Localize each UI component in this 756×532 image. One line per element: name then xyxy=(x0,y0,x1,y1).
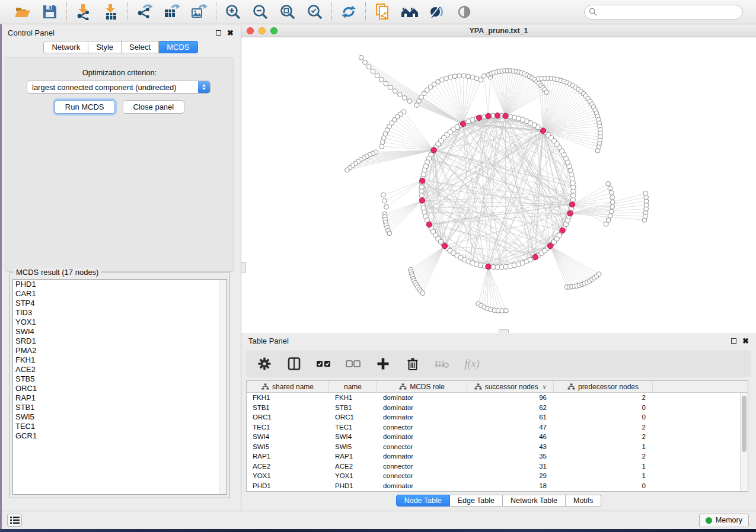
table-row[interactable]: SWI5SWI5connector431 xyxy=(247,442,748,452)
mcds-hub-8[interactable] xyxy=(419,198,425,203)
mcds-result-item[interactable]: PHD1 xyxy=(13,280,227,289)
close-panel-icon[interactable]: ✖ xyxy=(742,337,749,345)
mcds-hub-16[interactable] xyxy=(570,202,575,207)
mcds-result-item[interactable]: TID3 xyxy=(13,308,227,318)
table-row[interactable]: RAP1RAP1dominator352 xyxy=(247,451,748,462)
import-table-icon[interactable] xyxy=(102,3,120,21)
export-image-icon[interactable] xyxy=(190,3,208,21)
table-scrollbar[interactable] xyxy=(740,393,748,491)
optimization-criterion-select[interactable]: largest connected component (undirected) xyxy=(27,81,210,94)
mcds-result-item[interactable]: YOX1 xyxy=(13,318,227,327)
split-columns-icon[interactable] xyxy=(286,356,302,371)
column-header-shared-name[interactable]: shared name xyxy=(247,381,329,392)
mcds-hub-17[interactable] xyxy=(495,113,500,118)
mcds-result-item[interactable]: STB5 xyxy=(13,374,227,384)
mcds-hub-1[interactable] xyxy=(460,121,465,126)
import-network-icon[interactable] xyxy=(75,3,92,21)
tab-node-table[interactable]: Node Table xyxy=(396,495,450,507)
network-canvas[interactable] xyxy=(241,37,756,333)
save-icon[interactable] xyxy=(41,3,59,21)
network-window-titlebar[interactable]: YPA_prune.txt_1 xyxy=(241,25,756,37)
share-network-icon[interactable] xyxy=(374,3,391,21)
export-network-icon[interactable] xyxy=(136,3,154,21)
mcds-result-item[interactable]: SRD1 xyxy=(13,336,227,346)
mcds-hub-9[interactable] xyxy=(426,222,432,227)
mcds-result-item[interactable]: GCR1 xyxy=(13,431,227,441)
close-panel-button[interactable]: Close panel xyxy=(123,100,185,114)
table-row[interactable]: ORC1ORC1dominator610 xyxy=(247,412,748,422)
tab-style[interactable]: Style xyxy=(88,41,122,53)
network-graph[interactable] xyxy=(241,37,756,332)
open-icon[interactable] xyxy=(14,3,31,21)
mcds-hub-14[interactable] xyxy=(560,227,565,233)
mcds-hub-10[interactable] xyxy=(442,243,448,249)
mcds-result-item[interactable]: STP4 xyxy=(13,299,227,308)
mcds-result-item[interactable]: STB1 xyxy=(13,403,227,412)
column-header-mcds-role[interactable]: MCDS role xyxy=(377,381,467,392)
tab-network[interactable]: Network xyxy=(43,41,88,53)
splitter-handle-icon[interactable] xyxy=(241,262,246,273)
mcds-result-list[interactable]: PHD1CAR1STP4TID3YOX1SWI4SRD1PMA2FKH1ACE2… xyxy=(12,279,227,495)
table-row[interactable]: PHD1PHD1dominator180 xyxy=(247,481,748,491)
mcds-hub-6[interactable] xyxy=(431,148,436,153)
table-row[interactable]: YOX1YOX1connector291 xyxy=(247,471,748,481)
mcds-result-item[interactable]: SWI4 xyxy=(13,327,227,336)
table-row[interactable]: TEC1TEC1connector472 xyxy=(247,422,748,432)
mcds-list-scrollbar[interactable] xyxy=(219,280,227,494)
mcds-hub-11[interactable] xyxy=(486,264,491,269)
mcds-hub-5[interactable] xyxy=(540,128,546,133)
deselect-all-checkbox-icon[interactable] xyxy=(346,356,361,371)
float-panel-icon[interactable] xyxy=(731,338,736,344)
zoom-fit-icon[interactable] xyxy=(279,3,296,21)
column-header-predecessor-nodes[interactable]: predecessor nodes xyxy=(554,381,653,392)
search-input[interactable] xyxy=(584,5,743,20)
export-table-icon[interactable] xyxy=(163,3,181,21)
tab-network-table[interactable]: Network Table xyxy=(503,495,566,507)
float-panel-icon[interactable] xyxy=(216,30,221,36)
add-column-icon[interactable] xyxy=(375,356,391,371)
splitter-handle-icon[interactable] xyxy=(499,329,509,333)
select-all-checkbox-icon[interactable] xyxy=(316,356,331,371)
close-window-icon[interactable] xyxy=(247,27,254,34)
run-mcds-button[interactable]: Run MCDS xyxy=(55,100,115,114)
scrollbar-thumb[interactable] xyxy=(742,396,747,452)
mcds-hub-13[interactable] xyxy=(532,254,538,259)
tab-motifs[interactable]: Motifs xyxy=(566,495,601,507)
maximize-window-icon[interactable] xyxy=(270,27,277,34)
memory-button[interactable]: Memory xyxy=(699,514,749,527)
mcds-hub-2[interactable] xyxy=(476,115,481,120)
mcds-hub-15[interactable] xyxy=(567,211,573,216)
mcds-hub-4[interactable] xyxy=(503,113,508,118)
zoom-selected-icon[interactable] xyxy=(306,3,324,21)
table-row[interactable]: ACE2ACE2connector311 xyxy=(247,462,748,472)
tab-edge-table[interactable]: Edge Table xyxy=(450,495,503,507)
mcds-result-item[interactable]: RAP1 xyxy=(13,393,227,403)
close-panel-icon[interactable]: ✖ xyxy=(227,29,234,37)
hide-glasses-icon[interactable] xyxy=(428,3,446,21)
zoom-out-icon[interactable] xyxy=(251,3,269,21)
mcds-result-item[interactable]: TEC1 xyxy=(13,422,227,431)
mcds-result-item[interactable]: ORC1 xyxy=(13,384,227,393)
settings-gear-icon[interactable] xyxy=(257,356,272,371)
show-eye-icon[interactable] xyxy=(455,3,473,21)
mcds-result-item[interactable]: PMA2 xyxy=(13,346,227,355)
table-row[interactable]: STB1STB1dominator620 xyxy=(247,403,748,413)
refresh-layout-icon[interactable] xyxy=(340,3,358,21)
mcds-result-item[interactable]: FKH1 xyxy=(13,355,227,365)
mcds-hub-7[interactable] xyxy=(420,178,425,184)
task-history-icon[interactable] xyxy=(7,514,22,527)
mcds-hub-12[interactable] xyxy=(547,243,553,249)
mcds-result-item[interactable]: ACE2 xyxy=(13,365,227,374)
column-header-successor-nodes[interactable]: successor nodes∨ xyxy=(467,381,554,392)
tab-mcds[interactable]: MCDS xyxy=(159,41,197,53)
mcds-result-item[interactable]: SWI5 xyxy=(13,412,227,422)
table-row[interactable]: SWI4SWI4dominator462 xyxy=(247,432,748,442)
tab-select[interactable]: Select xyxy=(122,41,159,53)
mcds-result-item[interactable]: CAR1 xyxy=(13,289,227,299)
houses-icon[interactable] xyxy=(401,3,419,21)
column-header-name[interactable]: name xyxy=(329,381,377,392)
zoom-in-icon[interactable] xyxy=(224,3,242,21)
minimize-window-icon[interactable] xyxy=(259,27,266,34)
table-row[interactable]: FKH1FKH1dominator962 xyxy=(247,393,748,403)
delete-column-trash-icon[interactable] xyxy=(405,356,420,371)
